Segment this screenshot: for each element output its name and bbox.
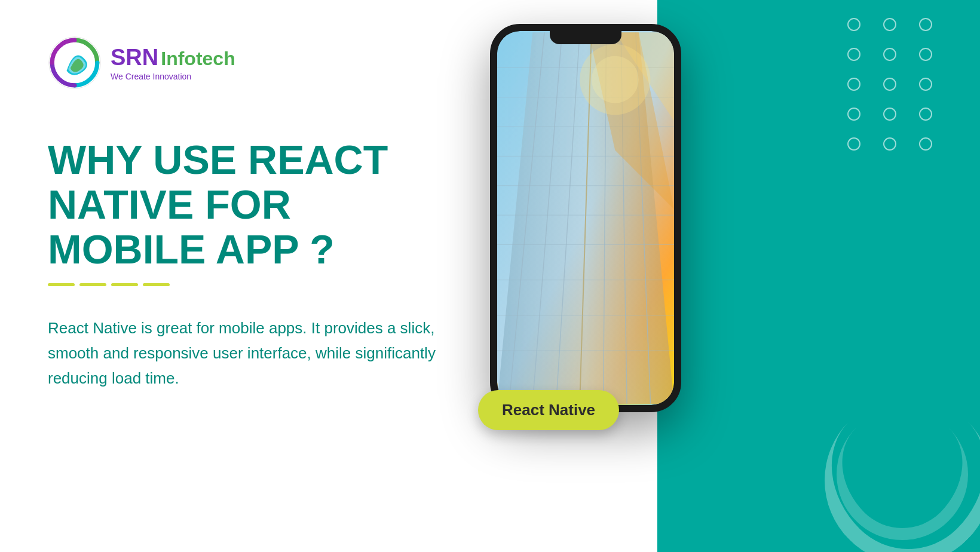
dot	[919, 48, 932, 61]
dot	[919, 18, 932, 31]
phone-screen	[497, 31, 674, 405]
right-section	[657, 0, 980, 552]
dot	[919, 78, 932, 91]
logo-icon	[48, 36, 102, 90]
badge-label: React Native	[502, 401, 595, 419]
phone-mockup	[490, 24, 681, 412]
react-native-badge: React Native	[478, 390, 619, 430]
dot	[919, 137, 932, 151]
svg-point-23	[592, 56, 639, 103]
dot	[883, 137, 896, 151]
dot	[919, 108, 932, 121]
page-container: SRN Infotech We Create Innovation WHY US…	[0, 0, 980, 552]
logo-name: SRN Infotech	[111, 45, 235, 70]
logo-infotech: Infotech	[161, 48, 235, 70]
dot	[883, 78, 896, 91]
dot	[883, 108, 896, 121]
dash-2	[79, 283, 106, 286]
dot	[883, 48, 896, 61]
dot	[847, 48, 860, 61]
dot	[847, 108, 860, 121]
description-text: React Native is great for mobile apps. I…	[48, 316, 466, 391]
dash-1	[48, 283, 75, 286]
phone-container: React Native	[490, 24, 693, 412]
dot	[883, 18, 896, 31]
dash-4	[143, 283, 170, 286]
building-svg	[497, 31, 674, 405]
logo-tagline: We Create Innovation	[111, 72, 235, 81]
phone-notch	[550, 31, 621, 44]
dot	[847, 18, 860, 31]
main-heading: WHY USE REACT NATIVE FOR MOBILE APP ?	[48, 137, 538, 271]
dot	[847, 137, 860, 151]
logo-srn: SRN	[111, 45, 158, 70]
dot	[847, 78, 860, 91]
dash-3	[111, 283, 138, 286]
logo-text-group: SRN Infotech We Create Innovation	[111, 45, 235, 81]
